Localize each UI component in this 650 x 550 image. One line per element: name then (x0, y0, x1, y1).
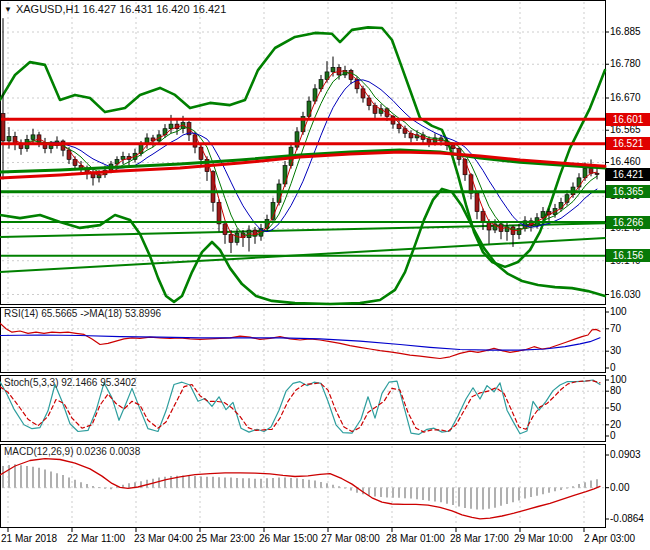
candle-body (331, 67, 335, 72)
candle-body (487, 222, 491, 230)
candle-body (595, 173, 599, 174)
candle-body (481, 212, 485, 223)
candle-body (169, 124, 173, 129)
candle-body (121, 156, 125, 159)
candle-body (277, 184, 281, 202)
chart-canvas[interactable] (0, 0, 650, 550)
candle-body (1, 113, 5, 141)
candle-body (541, 212, 545, 218)
candle-body (427, 139, 431, 142)
candle-body (229, 235, 233, 243)
symbol-dropdown-icon[interactable]: ▼ (4, 5, 12, 14)
candle-body (31, 135, 35, 140)
chart-window: ▼XAGUSD,H1 16.427 16.431 16.420 16.421 R… (0, 0, 650, 550)
candle-body (223, 224, 227, 235)
main-pane (1, 1, 606, 305)
candle-body (7, 136, 11, 141)
candle-body (235, 233, 239, 242)
